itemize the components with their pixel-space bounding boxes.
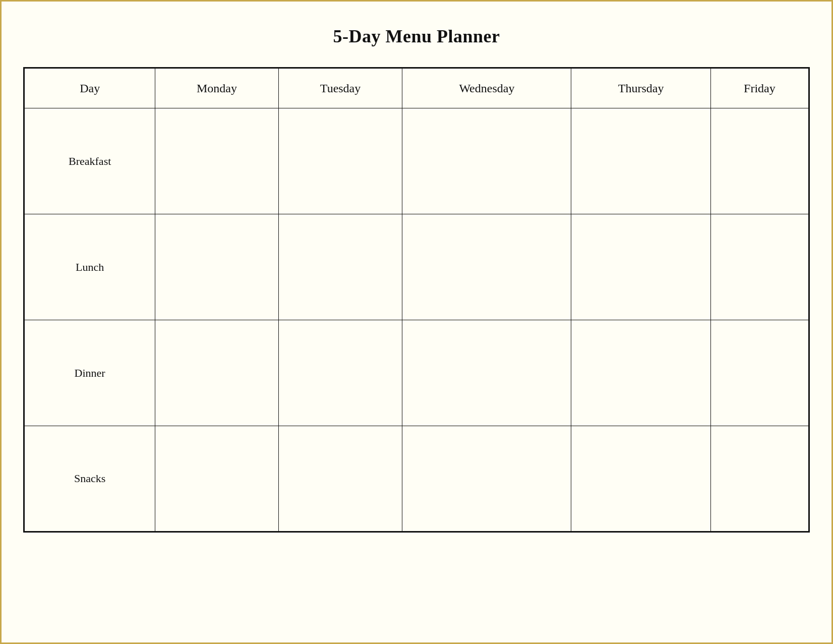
breakfast-thursday[interactable] [571, 108, 711, 214]
dinner-tuesday[interactable] [278, 320, 402, 426]
page-title: 5-Day Menu Planner [333, 26, 500, 47]
col-header-day: Day [24, 68, 155, 108]
dinner-monday[interactable] [155, 320, 278, 426]
lunch-label: Lunch [24, 214, 155, 320]
snacks-row: Snacks [24, 426, 809, 532]
breakfast-monday[interactable] [155, 108, 278, 214]
lunch-friday[interactable] [710, 214, 809, 320]
snacks-label: Snacks [24, 426, 155, 532]
lunch-wednesday[interactable] [402, 214, 571, 320]
snacks-friday[interactable] [710, 426, 809, 532]
breakfast-friday[interactable] [710, 108, 809, 214]
breakfast-tuesday[interactable] [278, 108, 402, 214]
col-header-wednesday: Wednesday [402, 68, 571, 108]
breakfast-wednesday[interactable] [402, 108, 571, 214]
col-header-tuesday: Tuesday [278, 68, 402, 108]
lunch-thursday[interactable] [571, 214, 711, 320]
header-row: Day Monday Tuesday Wednesday Thursday Fr… [24, 68, 809, 108]
lunch-tuesday[interactable] [278, 214, 402, 320]
lunch-row: Lunch [24, 214, 809, 320]
snacks-tuesday[interactable] [278, 426, 402, 532]
breakfast-label: Breakfast [24, 108, 155, 214]
dinner-wednesday[interactable] [402, 320, 571, 426]
dinner-friday[interactable] [710, 320, 809, 426]
col-header-thursday: Thursday [571, 68, 711, 108]
col-header-monday: Monday [155, 68, 278, 108]
menu-planner-table: Day Monday Tuesday Wednesday Thursday Fr… [23, 67, 810, 533]
dinner-thursday[interactable] [571, 320, 711, 426]
lunch-monday[interactable] [155, 214, 278, 320]
snacks-thursday[interactable] [571, 426, 711, 532]
snacks-wednesday[interactable] [402, 426, 571, 532]
dinner-row: Dinner [24, 320, 809, 426]
dinner-label: Dinner [24, 320, 155, 426]
snacks-monday[interactable] [155, 426, 278, 532]
col-header-friday: Friday [710, 68, 809, 108]
breakfast-row: Breakfast [24, 108, 809, 214]
